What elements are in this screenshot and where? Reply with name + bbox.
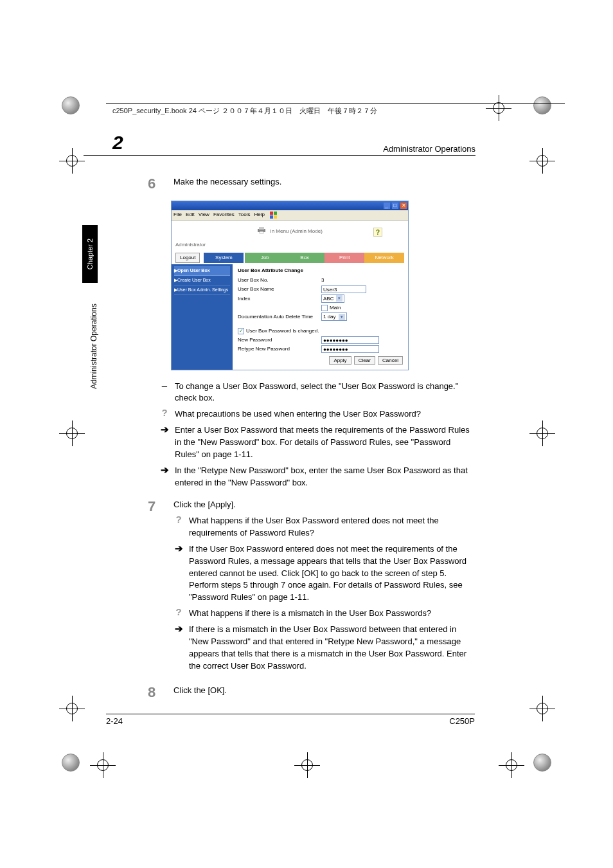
sub-item: ➔ Enter a User Box Password that meets t… — [159, 424, 475, 461]
sub-text: If there is a mismatch in the User Box P… — [189, 624, 475, 672]
registration-mark — [59, 148, 85, 174]
step-7: 7 Click the [Apply]. ? What happens if t… — [148, 496, 475, 676]
printer-icon — [257, 226, 266, 237]
registration-mark — [294, 752, 320, 778]
step-number: 6 — [148, 174, 162, 194]
checkbox-main[interactable] — [321, 305, 328, 311]
sub-item: – To change a User Box Password, select … — [159, 381, 475, 405]
sub-text: What happens if the User Box Password en… — [189, 515, 475, 539]
close-icon[interactable]: ✕ — [400, 203, 407, 209]
step-text: Click the [OK]. — [173, 685, 475, 697]
menu-help[interactable]: Help — [254, 211, 264, 220]
tab-box[interactable]: Box — [285, 253, 324, 263]
svg-rect-2 — [270, 215, 273, 219]
registration-mark — [90, 752, 116, 778]
embedded-screenshot: _ □ ✕ File Edit View Favorites Tools Hel… — [171, 201, 409, 370]
registration-mark — [499, 752, 524, 778]
chevron-down-icon: ▾ — [336, 295, 342, 302]
label-new-password: New Password — [238, 336, 321, 344]
page-footer: 2-24 C250P — [106, 714, 475, 726]
print-corner-dot — [62, 754, 80, 772]
step-number: 8 — [148, 682, 162, 703]
label-user-box-name: User Box Name — [238, 285, 321, 293]
menu-file[interactable]: File — [173, 211, 182, 220]
label-retype-password: Retype New Password — [238, 345, 321, 353]
header-source-line: c250P_security_E.book 24 ページ ２００７年４月１０日 … — [112, 106, 377, 116]
dash-icon: – — [159, 381, 170, 405]
chapter-number: 2 — [112, 132, 123, 154]
model-label: C250P — [449, 716, 475, 726]
window-titlebar: _ □ ✕ — [172, 201, 408, 210]
sub-item: ➔ In the "Retype New Password" box, ente… — [159, 465, 475, 489]
help-icon[interactable]: ? — [373, 228, 382, 237]
titlebar-icon — [173, 202, 174, 210]
sub-item: ? What happens if the User Box Password … — [173, 515, 475, 539]
sidebar-open-user-box[interactable]: ▶Open User Box — [174, 266, 230, 276]
step-8: 8 Click the [OK]. — [148, 682, 475, 703]
menu-edit[interactable]: Edit — [186, 211, 195, 220]
svg-rect-6 — [260, 231, 263, 233]
registration-mark — [529, 148, 555, 174]
arrow-icon: ➔ — [173, 543, 184, 604]
sub-text: To change a User Box Password, select th… — [175, 381, 475, 405]
minimize-icon[interactable]: _ — [384, 203, 390, 209]
running-head: 2 Administrator Operations — [84, 132, 475, 156]
windows-flag-icon — [270, 212, 278, 219]
tab-system[interactable]: System — [204, 253, 244, 263]
cancel-button[interactable]: Cancel — [378, 356, 403, 365]
clear-button[interactable]: Clear — [354, 356, 375, 365]
print-corner-dot — [533, 754, 551, 772]
checkbox-password-change[interactable] — [238, 328, 244, 334]
question-icon: ? — [173, 608, 184, 620]
svg-rect-3 — [274, 215, 277, 219]
question-arrow-icon: ? — [159, 408, 170, 420]
maximize-icon[interactable]: □ — [392, 203, 398, 209]
menu-view[interactable]: View — [199, 211, 209, 220]
input-new-password[interactable]: ●●●●●●●● — [321, 336, 379, 344]
logout-button[interactable]: Logout — [175, 253, 200, 263]
form-heading: User Box Attribute Change — [238, 267, 403, 275]
menubar: File Edit View Favorites Tools Help — [172, 210, 408, 221]
tab-job[interactable]: Job — [245, 253, 285, 263]
running-title: Administrator Operations — [383, 144, 475, 154]
print-corner-dot — [62, 96, 80, 114]
tab-print[interactable]: Print — [324, 253, 364, 263]
sub-text: If the User Box Password entered does no… — [189, 543, 475, 604]
sub-item: ? What precautions be used when entering… — [159, 408, 475, 420]
select-index[interactable]: ABC▾ — [321, 294, 344, 303]
input-user-box-name[interactable]: User3 — [321, 285, 366, 293]
step-text: Click the [Apply]. — [173, 499, 475, 511]
sub-item: ? What happens if there is a mismatch in… — [173, 608, 475, 620]
tab-network[interactable]: Network — [364, 253, 404, 263]
svg-rect-0 — [270, 212, 273, 215]
value-user-box-no: 3 — [321, 276, 324, 284]
apply-button[interactable]: Apply — [329, 356, 351, 365]
sidebar-user-box-admin-settings[interactable]: ▶User Box Admin. Settings — [174, 285, 230, 295]
sub-item: ➔ If there is a mismatch in the User Box… — [173, 624, 475, 672]
menu-tools[interactable]: Tools — [238, 211, 251, 220]
chevron-down-icon: ▾ — [339, 314, 345, 320]
label-auto-delete: Documentation Auto Delete Time — [238, 313, 321, 321]
sub-text: In the "Retype New Password" box, enter … — [175, 465, 475, 489]
step-text: Make the necessary settings. — [173, 176, 475, 188]
select-auto-delete[interactable]: 1 day▾ — [321, 312, 347, 321]
sub-text: What happens if there is a mismatch in t… — [189, 608, 475, 620]
arrow-icon: ➔ — [173, 624, 184, 672]
registration-mark — [486, 95, 511, 121]
admin-label: Administrator — [175, 241, 206, 249]
registration-mark — [529, 420, 555, 446]
label-main-checkbox: Main — [330, 304, 341, 312]
registration-mark — [59, 696, 85, 721]
sidebar: ▶Open User Box ▶Create User Box ▶User Bo… — [172, 264, 233, 370]
svg-rect-5 — [259, 227, 264, 230]
menu-favorites[interactable]: Favorites — [213, 211, 235, 220]
question-icon: ? — [173, 515, 184, 539]
arrow-icon: ➔ — [159, 465, 170, 489]
sub-item: ➔ If the User Box Password entered does … — [173, 543, 475, 604]
sidebar-create-user-box[interactable]: ▶Create User Box — [174, 276, 230, 285]
label-user-box-no: User Box No. — [238, 276, 321, 284]
svg-rect-1 — [274, 212, 277, 215]
registration-mark — [529, 696, 555, 721]
input-retype-password[interactable]: ●●●●●●●● — [321, 345, 379, 353]
sub-text: What precautions be used when entering t… — [175, 408, 475, 420]
